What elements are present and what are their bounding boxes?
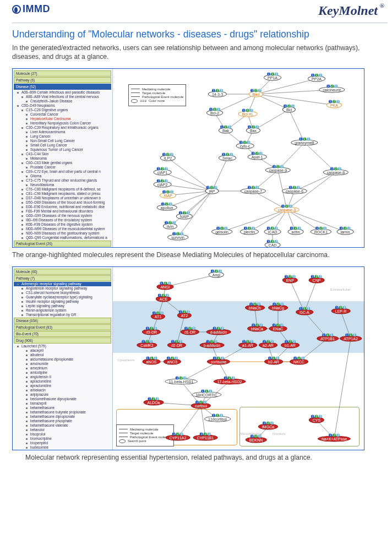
tree-item[interactable]: Prostate Cancer [14,165,111,170]
tree-header[interactable]: Drug (908) [14,337,111,344]
tree-item[interactable]: C43–C44 Skin [14,152,111,156]
network-node[interactable]: caspase-9123 [265,167,291,173]
tree-item[interactable]: budesonide [14,445,111,450]
tree-item[interactable]: I00–I99 Diseases of the circulatory syst… [14,218,111,222]
tree-item[interactable]: Insulin receptor signaling pathway [14,299,111,304]
tree-item[interactable]: beclomethasone dipropionate [14,397,111,401]
tree-item[interactable]: apraclonidine [14,384,111,388]
tree-item[interactable]: C76–C80 Malignant neoplasms of ill-defin… [14,187,111,192]
network-node[interactable]: Smac123 [219,155,236,161]
tree-item[interactable]: Hepatocellular Carcinoma [14,117,111,121]
network-node[interactable]: granzymeB123 [291,139,318,145]
network-node[interactable]: ROCK1123 [311,228,331,235]
tree-item[interactable]: amezinium [14,366,111,370]
tree-item[interactable]: betamethasone phosphate [14,419,111,423]
tree-item[interactable]: F00–F99 Mental and behavioural disorders [14,209,111,214]
network-node[interactable]: ENaC123 [269,325,287,331]
figure2-network[interactable]: Extracellular Cytoplasm Mitochondria Nuc… [113,267,364,450]
network-node[interactable]: caspase-3123 [274,206,300,212]
tree-item[interactable]: betamethasone valerate [14,423,111,428]
tree-header[interactable]: Bio-Event (70) [14,331,111,337]
network-node[interactable]: cyto-c123 [236,143,254,149]
tree-item[interactable]: Small Cell Lung Cancer [14,143,111,148]
tree-item[interactable]: albuterol [14,353,111,357]
tree-item[interactable]: bisoprolol [14,432,111,437]
tree-item[interactable]: C73–C75 Thyroid and other endocrine glan… [14,178,111,183]
network-node[interactable]: IMGCa123 [258,423,278,429]
tree-item[interactable]: angiotensin II [14,375,111,379]
network-node[interactable]: caspase-8123 [323,169,349,175]
tree-header[interactable]: Molecule (60) [14,269,111,275]
network-node[interactable]: bNaCb123 [245,304,265,310]
tree-item[interactable]: C00–D49 Neoplasms [14,103,111,108]
network-node[interactable]: bNaCg123 [268,304,288,310]
tree-item[interactable]: betamethasone dipropionate [14,415,111,419]
network-node[interactable]: caspase-6123 [282,188,307,194]
network-node[interactable]: 14-3-3123 [208,91,227,97]
tree-item[interactable]: amlodipine [14,370,111,375]
network-node[interactable]: 18HCORTIC123 [192,391,221,397]
tree-item[interactable]: Melanoma [14,156,111,161]
tree-item[interactable]: betaxolol [14,428,111,432]
network-node[interactable]: 11dcortisol123 [204,416,231,422]
figure1-tree-pane[interactable]: Molecule (27) Pathway (6) Disease (52) A… [13,69,113,247]
tree-item[interactable]: E00–E90 Endocrine, nutritional and metab… [14,205,111,209]
tree-item[interactable]: Neuroblastoma [14,183,111,187]
network-node[interactable]: NKCC123 [290,358,308,364]
tree-item[interactable]: amcinonide [14,362,111,366]
network-node[interactable]: cIAP1123 [154,169,172,175]
network-node[interactable]: plectin123 [240,228,259,235]
network-node[interactable]: aNO3123 [164,358,181,364]
network-node[interactable]: ALDOa123 [144,399,164,405]
network-node[interactable]: b-adducin123 [200,342,225,348]
network-node[interactable]: Bcl-2123 [206,110,223,116]
network-node[interactable]: a1-AR123 [238,342,257,348]
network-node[interactable]: 11-beta-HSD1123 [165,378,198,384]
tree-item[interactable]: C81–C96 Malignant neoplasms, stated or p… [14,192,111,196]
tree-item[interactable]: Angiotensin receptor signaling pathway [14,286,111,291]
tree-item[interactable]: alacepril [14,348,111,353]
tree-item[interactable]: CS1-steroid hormone biosynthesis [14,291,111,295]
network-node[interactable]: Bid123 [282,106,296,112]
network-node[interactable]: calcineurin123 [319,86,345,92]
tree-item[interactable]: Creutzfeldt–Jakob Disease [14,99,111,103]
network-node[interactable]: survivin123 [167,234,188,240]
network-node[interactable]: a2-AR123 [259,342,277,348]
tree-item[interactable]: Hereditary Nonpolyposis Colon Cancer [14,121,111,126]
tree-item[interactable]: Q00–Q99 Congenital malformations, deform… [14,236,111,240]
tree-item[interactable]: A80–A89 Viral infections of the central … [14,95,111,99]
network-node[interactable]: CYP11A2123 [166,434,190,440]
tree-header[interactable]: Molecule (27) [14,70,111,77]
tree-header[interactable]: Pathological Event (83) [14,324,111,330]
tree-item[interactable]: C69–C72 Eye, brain and other parts of ce… [14,170,111,174]
tree-item[interactable]: alclometasone dipropionate [14,357,111,362]
network-node[interactable]: 17-beta-HSD2123 [214,378,246,384]
network-node[interactable]: BDKNN123 [246,437,267,443]
network-node[interactable]: CYP11B1123 [193,434,218,440]
tree-item[interactable]: A00–B99 Certain infectious and parasitic… [14,90,111,95]
tree-item[interactable]: betamethasone butyrate propionate [14,410,111,415]
network-node[interactable]: b1-AR123 [281,342,300,348]
network-node[interactable]: XIAP123 [160,192,176,198]
tree-item[interactable]: D37–D48 Neoplasms of uncertain or unknow… [14,196,111,200]
tree-item[interactable]: Glioma [14,174,111,178]
tree-item[interactable]: G00–G99 Diseases of the nervous system [14,214,111,218]
network-node[interactable]: d3-DR123 [142,329,161,335]
tree-item[interactable]: Leptin signaling pathway [14,304,111,308]
network-node[interactable]: Bax123 [246,127,260,133]
tree-item[interactable]: bropenpirid [14,441,111,445]
tree-item[interactable]: C30–C39 Respiratory and intrathoracic or… [14,126,111,130]
tree-header[interactable]: Disease (634) [14,318,111,324]
network-node[interactable]: iAP123 [205,188,219,194]
tree-item[interactable]: M00–M99 Diseases of the musculoskeletal … [14,227,111,231]
network-node[interactable]: cortisol123 [191,402,211,408]
tree-item[interactable]: bromocriptine [14,437,111,441]
tree-item[interactable]: C15–C26 Digestive organs [14,108,111,112]
network-node[interactable]: Bcl-XL123 [238,111,258,117]
tree-header-selected[interactable]: Disease (52) [14,84,111,90]
network-node[interactable]: lamin123 [337,228,354,235]
tree-header[interactable]: Pathway (7) [14,275,111,281]
network-node[interactable]: Na+K+ATPase123 [318,435,351,442]
tree-item[interactable]: Transcriptional regulation by GR [14,313,111,317]
network-node[interactable]: gelsolin123 [211,228,232,235]
